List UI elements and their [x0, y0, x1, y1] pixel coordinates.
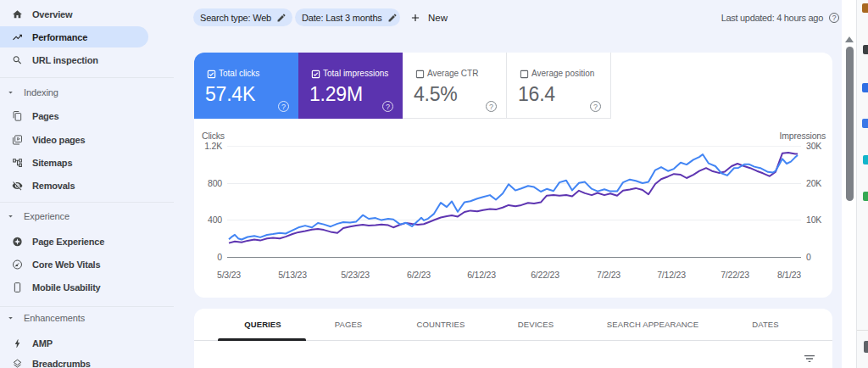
svg-text:6/2/23: 6/2/23: [407, 270, 431, 280]
svg-text:6/22/23: 6/22/23: [531, 270, 559, 280]
svg-text:7/22/23: 7/22/23: [721, 270, 749, 280]
svg-text:5/23/23: 5/23/23: [341, 270, 370, 280]
svg-text:800: 800: [208, 178, 222, 188]
svg-text:1.2K: 1.2K: [204, 141, 222, 151]
svg-text:7/12/23: 7/12/23: [657, 270, 686, 280]
svg-text:5/13/23: 5/13/23: [278, 270, 307, 280]
svg-text:6/12/23: 6/12/23: [467, 270, 496, 280]
svg-text:0: 0: [806, 252, 811, 262]
svg-text:10K: 10K: [806, 215, 821, 225]
svg-text:30K: 30K: [806, 141, 821, 151]
svg-text:Impressions: Impressions: [780, 131, 826, 141]
svg-text:0: 0: [217, 252, 222, 262]
svg-text:7/2/23: 7/2/23: [597, 270, 620, 280]
svg-text:8/1/23: 8/1/23: [777, 270, 801, 280]
svg-text:Clicks: Clicks: [202, 131, 225, 141]
svg-text:5/3/23: 5/3/23: [217, 270, 241, 280]
svg-text:20K: 20K: [806, 178, 821, 188]
svg-text:400: 400: [208, 215, 222, 225]
